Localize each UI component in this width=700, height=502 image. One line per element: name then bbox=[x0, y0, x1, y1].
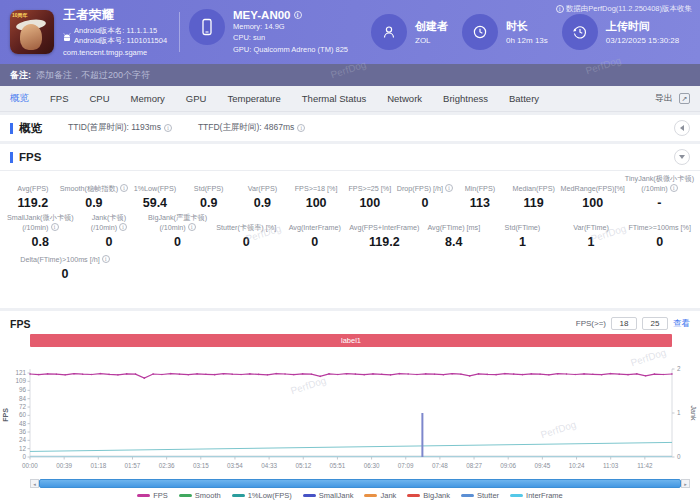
svg-text:60: 60 bbox=[19, 411, 27, 418]
device-name: MEY-AN00 bbox=[233, 9, 291, 21]
tab-network[interactable]: Network bbox=[387, 93, 422, 104]
android-version-code: Android版本号: 1101011504 bbox=[74, 36, 167, 46]
svg-text:07:48: 07:48 bbox=[432, 462, 448, 469]
metric-value: 119 bbox=[507, 196, 561, 210]
section-accent-bar bbox=[10, 152, 13, 163]
tab-brightness[interactable]: Brightness bbox=[443, 93, 488, 104]
legend-item-smooth[interactable]: Smooth bbox=[179, 491, 221, 500]
fps-section-title: FPS bbox=[19, 151, 41, 163]
creator-block: 创建者 ZOL bbox=[371, 14, 448, 50]
overview-title: 概览 bbox=[19, 121, 42, 136]
scroll-left-icon[interactable]: ◂ bbox=[30, 479, 39, 488]
tab-memory[interactable]: Memory bbox=[131, 93, 165, 104]
metric-value: 0 bbox=[397, 196, 453, 210]
svg-text:11:03: 11:03 bbox=[603, 462, 619, 469]
overview-collapse-button[interactable] bbox=[674, 120, 690, 136]
overview-section: 概览 TTID(首屏时间): 1193msiTTFD(主屏时间): 4867ms… bbox=[0, 115, 700, 141]
tab-gpu[interactable]: GPU bbox=[186, 93, 207, 104]
fps-collapse-button[interactable] bbox=[674, 149, 690, 165]
note-bar[interactable]: 备注: 添加备注，不超过200个字符 bbox=[0, 64, 700, 86]
tab-temperature[interactable]: Temperature bbox=[227, 93, 280, 104]
info-icon[interactable]: i bbox=[297, 124, 305, 132]
fps-line-chart[interactable]: 01224364860728496109121FPS012Jank00:0000… bbox=[0, 351, 700, 477]
fps-threshold-low-input[interactable] bbox=[611, 317, 637, 330]
android-version-name: Android版本名: 11.1.1.15 bbox=[74, 26, 167, 36]
metric-cell: Delta(FTime)>100ms [/h]i0 bbox=[6, 254, 124, 281]
legend-item-interframe[interactable]: InterFrame bbox=[510, 491, 563, 500]
game-info: 王者荣耀 Android版本名: 11.1.1.15 Android版本号: 1… bbox=[63, 7, 175, 57]
legend-item-smalljank[interactable]: SmallJank bbox=[303, 491, 354, 500]
legend-swatch bbox=[232, 494, 245, 497]
metric-cell: Jank(卡顿)(/10min)i0 bbox=[75, 215, 144, 249]
info-icon[interactable]: i bbox=[102, 255, 110, 263]
info-icon: i bbox=[556, 5, 564, 13]
device-memory: Memory: 14.9G bbox=[233, 21, 348, 32]
metric-value: 0.9 bbox=[182, 196, 236, 210]
scrollbar-thumb[interactable] bbox=[39, 479, 681, 488]
chart-scrollbar[interactable]: ◂ ▸ bbox=[30, 479, 690, 488]
device-info: MEY-AN00i Memory: 14.9G CPU: sun GPU: Qu… bbox=[189, 9, 357, 55]
svg-text:07:09: 07:09 bbox=[398, 462, 414, 469]
collapse-down-icon bbox=[679, 155, 685, 159]
fps-threshold-high-input[interactable] bbox=[642, 317, 668, 330]
chart-title: FPS bbox=[10, 318, 30, 330]
device-info-icon[interactable]: i bbox=[294, 11, 302, 19]
svg-text:0: 0 bbox=[677, 453, 681, 460]
metric-value: 119.2 bbox=[349, 235, 419, 249]
metric-value: 100 bbox=[289, 196, 343, 210]
data-version-note: i 数据由PerfDog(11.2.250408)版本收集 bbox=[556, 4, 692, 14]
clock-icon bbox=[462, 14, 498, 50]
info-icon[interactable]: i bbox=[120, 184, 128, 192]
duration-label: 时长 bbox=[506, 19, 548, 34]
tab-battery[interactable]: Battery bbox=[509, 93, 539, 104]
svg-text:121: 121 bbox=[15, 369, 26, 376]
metric-cell: Avg(FPS)119.2 bbox=[6, 176, 60, 210]
note-label: 备注: bbox=[10, 69, 31, 82]
metric-value: 100 bbox=[561, 196, 625, 210]
collapse-left-icon bbox=[680, 125, 684, 131]
metric-value: 100 bbox=[343, 196, 397, 210]
metric-value: 0 bbox=[75, 235, 144, 249]
info-icon[interactable]: i bbox=[119, 223, 127, 231]
view-link[interactable]: 查看 bbox=[673, 318, 690, 330]
info-icon[interactable]: i bbox=[51, 223, 59, 231]
creator-value: ZOL bbox=[415, 36, 448, 45]
metric-cell: Avg(FPS+InterFrame)119.2 bbox=[349, 215, 419, 249]
info-icon[interactable]: i bbox=[445, 184, 453, 192]
tab-cpu[interactable]: CPU bbox=[89, 93, 109, 104]
svg-text:09:45: 09:45 bbox=[534, 462, 550, 469]
svg-text:02:36: 02:36 bbox=[159, 462, 175, 469]
metric-value: 1 bbox=[488, 235, 557, 249]
legend-item-1-low-fps-[interactable]: 1%Low(FPS) bbox=[232, 491, 292, 500]
info-icon[interactable]: i bbox=[188, 223, 196, 231]
metric-cell: Avg(InterFrame)0 bbox=[281, 215, 350, 249]
phone-icon bbox=[189, 9, 225, 45]
metric-value: 0 bbox=[625, 235, 694, 249]
tab-fps[interactable]: FPS bbox=[50, 93, 68, 104]
legend-item-stutter[interactable]: Stutter bbox=[461, 491, 499, 500]
svg-text:1: 1 bbox=[677, 409, 681, 416]
legend-item-fps[interactable]: FPS bbox=[137, 491, 168, 500]
fps-threshold-label: FPS(>=) bbox=[576, 319, 606, 328]
legend-swatch bbox=[510, 494, 523, 497]
tab-overview[interactable]: 概览 bbox=[10, 92, 29, 105]
legend-item-jank[interactable]: Jank bbox=[364, 491, 396, 500]
metric-cell: Avg(FTime) [ms]8.4 bbox=[420, 215, 489, 249]
scroll-right-icon[interactable]: ▸ bbox=[681, 479, 690, 488]
svg-text:03:54: 03:54 bbox=[227, 462, 243, 469]
legend-swatch bbox=[179, 494, 192, 497]
metric-value: 8.4 bbox=[420, 235, 489, 249]
svg-text:84: 84 bbox=[19, 395, 27, 402]
export-button[interactable]: 导出 bbox=[655, 92, 673, 105]
export-icon[interactable]: ↗ bbox=[679, 93, 690, 104]
tab-thermal-status[interactable]: Thermal Status bbox=[302, 93, 366, 104]
svg-text:24: 24 bbox=[19, 436, 27, 443]
legend-item-bigjank[interactable]: BigJank bbox=[407, 491, 450, 500]
info-icon[interactable]: i bbox=[164, 124, 172, 132]
info-icon[interactable]: i bbox=[670, 184, 678, 192]
chart-annotation-bar[interactable]: label1 bbox=[30, 334, 672, 347]
metric-cell: Var(FPS)0.9 bbox=[236, 176, 290, 210]
history-clock-icon bbox=[562, 14, 598, 50]
svg-text:00:00: 00:00 bbox=[22, 462, 38, 469]
svg-text:11:42: 11:42 bbox=[637, 462, 653, 469]
